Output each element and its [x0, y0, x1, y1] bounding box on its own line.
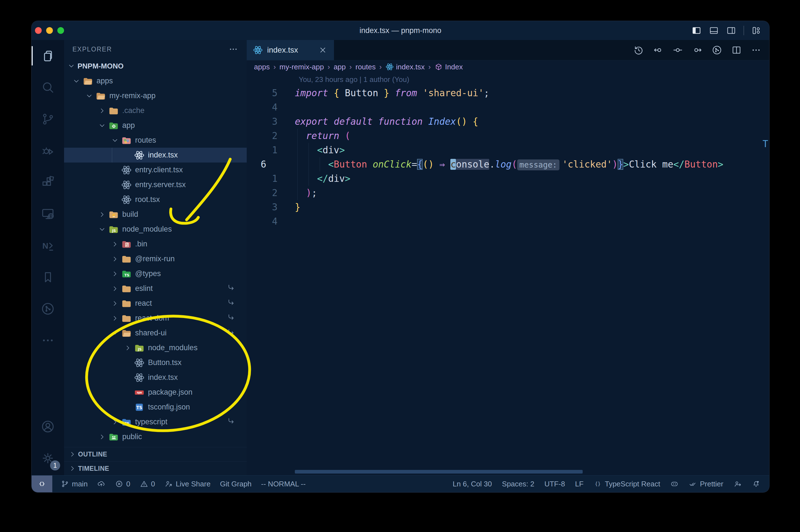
code-line[interactable]: 4 — [247, 100, 769, 114]
activity-bar-accounts[interactable] — [32, 411, 64, 442]
status-item-prettier[interactable]: Prettier — [689, 480, 723, 488]
tree-item-public[interactable]: public — [64, 429, 247, 444]
activity-bar-extensions[interactable] — [32, 167, 64, 198]
activity-bar-remote-explorer[interactable] — [32, 198, 64, 230]
code-line[interactable]: 2 ); — [247, 186, 769, 200]
code-line[interactable]: 2 return ( — [247, 129, 769, 143]
code-line[interactable]: 3export default function Index() { — [247, 114, 769, 129]
tree-item-eslint[interactable]: eslint — [64, 281, 247, 296]
chev-down-icon[interactable] — [111, 136, 119, 144]
code-line[interactable]: 1 </div> — [247, 171, 769, 186]
tree-item-index.tsx[interactable]: index.tsx — [64, 148, 247, 163]
code-line[interactable]: 5import { Button } from 'shared-ui'; — [247, 86, 769, 100]
chev-right-icon[interactable] — [98, 211, 106, 218]
status-item-lf[interactable]: LF — [575, 480, 584, 488]
more-icon[interactable] — [751, 45, 761, 55]
code-line[interactable]: 1 <div> — [247, 143, 769, 157]
chev-right-icon[interactable] — [111, 315, 119, 322]
layout-sidebar-right-icon[interactable] — [726, 25, 736, 36]
status-item-bell[interactable] — [752, 480, 760, 488]
split-editor-icon[interactable] — [731, 45, 742, 55]
chev-right-icon[interactable] — [98, 107, 106, 115]
commit-icon[interactable] — [672, 45, 683, 55]
code-line[interactable]: 4 — [247, 214, 769, 229]
activity-bar-explorer[interactable] — [32, 40, 64, 72]
tree-root-pnpm-mono[interactable]: PNPM-MONO — [64, 58, 247, 74]
status-item-main[interactable]: main — [61, 480, 88, 488]
activity-bar-settings[interactable]: 1 — [32, 442, 64, 474]
activity-bar-search[interactable] — [32, 72, 64, 103]
code-editor[interactable]: You, 23 hours ago | 1 author (You) 5impo… — [247, 73, 769, 475]
layout-panel-icon[interactable] — [709, 25, 719, 36]
tree-item-routes[interactable]: routes — [64, 133, 247, 148]
code-line[interactable]: 6 <Button onClick={() ⇒ console.log(mess… — [247, 157, 769, 171]
breadcrumb-item-Index[interactable]: Index — [434, 63, 463, 71]
remote-indicator[interactable] — [32, 475, 52, 492]
tree-item-@types[interactable]: TS@types — [64, 266, 247, 281]
status-item--normal-[interactable]: -- NORMAL -- — [261, 480, 305, 488]
activity-bar-more-views[interactable] — [32, 324, 64, 356]
tree-item-app[interactable]: app — [64, 118, 247, 133]
history-icon[interactable] — [633, 45, 644, 55]
tree-item-index.tsx[interactable]: index.tsx — [64, 370, 247, 385]
sidebar-section-timeline[interactable]: TIMELINE — [64, 461, 247, 475]
status-item-ln-6-col-30[interactable]: Ln 6, Col 30 — [453, 480, 492, 488]
chev-right-icon[interactable] — [111, 300, 119, 307]
chev-right-icon[interactable] — [124, 344, 132, 352]
status-item-copilot[interactable] — [670, 480, 679, 488]
tree-item-build[interactable]: build — [64, 207, 247, 222]
activity-bar-git-graph[interactable] — [32, 293, 64, 324]
next-change-icon[interactable] — [692, 45, 703, 55]
breadcrumb-item-apps[interactable]: apps — [254, 63, 270, 71]
chev-down-icon[interactable] — [98, 122, 106, 130]
tree-item-apps[interactable]: apps — [64, 74, 247, 89]
status-item-live-share[interactable]: Live Share — [165, 480, 210, 488]
tree-item-typescript[interactable]: TStypescript — [64, 415, 247, 429]
tree-item-entry.server.tsx[interactable]: entry.server.tsx — [64, 177, 247, 192]
breadcrumb-item-app[interactable]: app — [334, 63, 346, 71]
tree-item-react-dom[interactable]: react-dom — [64, 311, 247, 326]
tree-item-node_modules[interactable]: JSnode_modules — [64, 340, 247, 355]
activity-bar-nx-console[interactable]: N — [32, 230, 64, 261]
gitgraph-icon[interactable] — [711, 45, 722, 55]
status-item-cloud-upload[interactable] — [97, 480, 106, 488]
activity-bar-run-debug[interactable] — [32, 135, 64, 167]
breadcrumb-item-index.tsx[interactable]: index.tsx — [385, 63, 425, 71]
breadcrumb-item-my-remix-app[interactable]: my-remix-app — [280, 63, 324, 71]
tree-item-entry.client.tsx[interactable]: entry.client.tsx — [64, 163, 247, 177]
chev-right-icon[interactable] — [111, 240, 119, 248]
sidebar-section-outline[interactable]: OUTLINE — [64, 447, 247, 461]
chev-down-icon[interactable] — [98, 225, 106, 233]
status-item-git-graph[interactable]: Git Graph — [220, 480, 252, 488]
tab-index-tsx[interactable]: index.tsx — [247, 40, 334, 60]
code-line[interactable]: 3} — [247, 200, 769, 214]
tree-item-root.tsx[interactable]: root.tsx — [64, 192, 247, 207]
tree-item-Button.tsx[interactable]: Button.tsx — [64, 355, 247, 370]
breadcrumb-item-routes[interactable]: routes — [356, 63, 376, 71]
tree-item-react[interactable]: react — [64, 296, 247, 311]
chev-right-icon[interactable] — [111, 255, 119, 263]
activity-bar-source-control[interactable] — [32, 103, 64, 135]
tree-item-.cache[interactable]: .cache — [64, 103, 247, 118]
prev-change-icon[interactable] — [653, 45, 664, 55]
tree-item-tsconfig.json[interactable]: TStsconfig.json — [64, 400, 247, 415]
tree-item-package.json[interactable]: npmpackage.json — [64, 385, 247, 400]
status-item-feedback[interactable] — [734, 480, 742, 488]
status-item-spaces-2[interactable]: Spaces: 2 — [502, 480, 535, 488]
chev-right-icon[interactable] — [111, 270, 119, 278]
status-item-0[interactable]: 0 — [115, 480, 130, 488]
status-item-typescript-react[interactable]: {}TypeScript React — [594, 480, 660, 488]
tree-item-.bin[interactable]: 0110.bin — [64, 236, 247, 251]
chev-right-icon[interactable] — [111, 285, 119, 292]
close-tab-icon[interactable] — [318, 45, 328, 55]
status-item-utf-8[interactable]: UTF-8 — [544, 480, 565, 488]
status-item-0[interactable]: 0 — [140, 480, 155, 488]
chevron-down-icon[interactable] — [68, 62, 77, 70]
chev-down-icon[interactable] — [111, 329, 119, 337]
tree-item-shared-ui[interactable]: shared-ui — [64, 326, 247, 340]
chev-down-icon[interactable] — [73, 77, 80, 85]
horizontal-scrollbar[interactable] — [295, 470, 583, 474]
tree-item-node_modules[interactable]: JSnode_modules — [64, 222, 247, 236]
chev-down-icon[interactable] — [85, 92, 93, 100]
tree-item-my-remix-app[interactable]: my-remix-app — [64, 89, 247, 103]
